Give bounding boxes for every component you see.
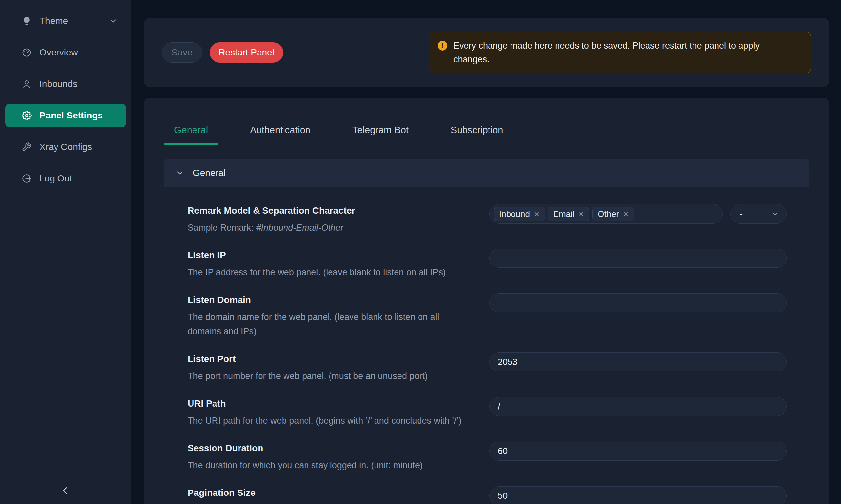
tag-email: Email ✕	[548, 207, 590, 221]
sidebar-item-label: Xray Configs	[39, 142, 92, 152]
listen-port-input[interactable]	[490, 353, 787, 372]
field-label: URI Path	[188, 397, 470, 410]
sidebar: Theme Overview Inbounds Panel Settings	[0, 0, 132, 504]
restart-panel-button[interactable]: Restart Panel	[210, 42, 283, 63]
sidebar-item-theme[interactable]: Theme	[5, 9, 126, 33]
form-row-remark-model: Remark Model & Separation Character Samp…	[188, 204, 787, 235]
sidebar-item-log-out[interactable]: Log Out	[5, 167, 126, 190]
field-label: Session Duration	[188, 442, 470, 455]
remove-tag-icon[interactable]: ✕	[534, 211, 540, 218]
listen-ip-input[interactable]	[490, 249, 787, 268]
field-description: The domain name for the web panel. (leav…	[188, 310, 470, 339]
field-label: Pagination Size	[188, 486, 470, 499]
chevron-down-icon	[771, 210, 779, 218]
chevron-left-icon	[59, 485, 71, 496]
chevron-down-icon	[109, 17, 118, 25]
tab-subscription[interactable]: Subscription	[440, 125, 514, 144]
field-label: Remark Model & Separation Character	[188, 204, 470, 217]
form-row-listen-domain: Listen Domain The domain name for the we…	[188, 293, 787, 339]
remove-tag-icon[interactable]: ✕	[623, 211, 629, 218]
collapse-panel-title: General	[193, 168, 226, 178]
settings-tabs: General Authentication Telegram Bot Subs…	[164, 98, 809, 144]
sidebar-item-overview[interactable]: Overview	[5, 41, 126, 64]
logout-icon	[22, 174, 32, 183]
session-duration-input[interactable]	[490, 442, 787, 461]
chevron-down-icon	[175, 169, 184, 177]
sidebar-item-label: Log Out	[39, 173, 72, 184]
field-label: Listen IP	[188, 249, 470, 262]
warning-icon: !	[437, 41, 447, 51]
field-description: Sample Remark: #Inbound-Email-Other	[188, 220, 470, 235]
gauge-icon	[22, 48, 32, 57]
uri-path-input[interactable]	[490, 397, 787, 416]
actions-card: Save Restart Panel ! Every change made h…	[144, 18, 829, 87]
sidebar-item-label: Inbounds	[39, 79, 77, 89]
sidebar-item-inbounds[interactable]: Inbounds	[5, 72, 126, 96]
sample-remark-value: #Inbound-Email-Other	[256, 223, 344, 233]
main-content: Save Restart Panel ! Every change made h…	[132, 0, 841, 504]
tab-general[interactable]: General	[164, 125, 219, 144]
sidebar-item-xray-configs[interactable]: Xray Configs	[5, 135, 126, 159]
sidebar-collapse-button[interactable]	[57, 483, 73, 498]
sidebar-item-label: Panel Settings	[39, 110, 103, 121]
remove-tag-icon[interactable]: ✕	[579, 211, 584, 218]
listen-domain-input[interactable]	[490, 293, 787, 312]
tag-other: Other ✕	[592, 207, 634, 221]
field-description: The URI path for the web panel. (begins …	[188, 413, 470, 428]
form-row-listen-ip: Listen IP The IP address for the web pan…	[188, 249, 787, 280]
warning-alert-text: Every change made here needs to be saved…	[453, 39, 788, 66]
sidebar-item-label: Overview	[39, 47, 78, 58]
settings-card: General Authentication Telegram Bot Subs…	[144, 98, 829, 504]
general-settings-form: Remark Model & Separation Character Samp…	[164, 187, 809, 504]
sidebar-item-label: Theme	[39, 16, 68, 26]
separator-value: -	[740, 209, 743, 219]
tab-telegram-bot[interactable]: Telegram Bot	[342, 125, 419, 144]
form-row-session-duration: Session Duration The duration for which …	[188, 442, 787, 472]
form-row-uri-path: URI Path The URI path for the web panel.…	[188, 397, 787, 428]
separator-select[interactable]: -	[730, 204, 787, 224]
field-label: Listen Port	[188, 353, 470, 365]
form-row-listen-port: Listen Port The port number for the web …	[188, 353, 787, 383]
form-row-pagination-size: Pagination Size	[188, 486, 787, 504]
field-label: Listen Domain	[188, 293, 470, 306]
remark-model-multiselect[interactable]: Inbound ✕ Email ✕ Other ✕	[490, 204, 723, 224]
tag-inbound: Inbound ✕	[494, 207, 545, 221]
save-button[interactable]: Save	[161, 42, 202, 63]
field-description: The duration for which you can stay logg…	[188, 458, 470, 472]
pagination-size-input[interactable]	[490, 486, 787, 504]
tab-authentication[interactable]: Authentication	[240, 125, 321, 144]
general-collapse-panel: General Remark Model & Separation Charac…	[164, 159, 809, 504]
wrench-icon	[22, 142, 32, 152]
general-collapse-header[interactable]: General	[164, 159, 809, 187]
bulb-icon	[22, 16, 32, 26]
field-description: The port number for the web panel. (must…	[188, 369, 470, 383]
warning-alert: ! Every change made here needs to be sav…	[429, 32, 811, 73]
gear-icon	[22, 111, 32, 121]
field-description: The IP address for the web panel. (leave…	[188, 265, 470, 280]
sidebar-item-panel-settings[interactable]: Panel Settings	[5, 104, 126, 127]
user-icon	[22, 79, 32, 89]
